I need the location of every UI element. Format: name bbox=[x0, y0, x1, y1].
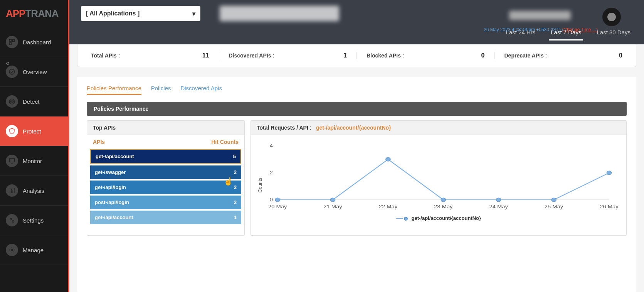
stats-row: Total APIs : 11 Discovered APIs : 1 Bloc… bbox=[77, 44, 636, 67]
legend-label: get-/api/account/{accountNo} bbox=[412, 215, 481, 221]
svg-point-29 bbox=[386, 157, 390, 161]
sidebar-item-dashboard[interactable]: Dashboard bbox=[0, 27, 68, 57]
chart-api-name: get-/api/account/{accountNo} bbox=[316, 125, 391, 131]
svg-point-30 bbox=[441, 198, 446, 202]
svg-point-31 bbox=[496, 198, 501, 202]
svg-text:25 May: 25 May bbox=[545, 204, 563, 209]
sidebar-item-monitor[interactable]: Monitor bbox=[0, 146, 68, 176]
stat-blocked-apis: Blocked APIs : 0 bbox=[357, 52, 495, 59]
detect-icon bbox=[6, 95, 18, 108]
dashboard-icon bbox=[6, 36, 18, 48]
chart-body: Counts 02420 May21 May22 May23 May24 May… bbox=[251, 135, 626, 235]
svg-point-3 bbox=[9, 69, 15, 74]
svg-point-32 bbox=[552, 198, 556, 202]
sidebar-item-overview[interactable]: Overview bbox=[0, 57, 68, 87]
sub-tab-policies[interactable]: Policies bbox=[151, 83, 171, 95]
sidebar-item-detect[interactable]: Detect bbox=[0, 87, 68, 116]
svg-text:22 May: 22 May bbox=[379, 204, 398, 209]
sidebar-item-label: Protect bbox=[23, 128, 41, 135]
section-header: Policies Performance bbox=[87, 102, 627, 116]
stat-value: 0 bbox=[619, 52, 622, 59]
stat-label: Deprecate APIs : bbox=[504, 52, 547, 59]
stat-value: 0 bbox=[481, 52, 485, 59]
api-table-headers: APIs Hit Counts bbox=[87, 135, 244, 149]
api-name: get-/api/account bbox=[96, 154, 134, 159]
app-instance-dropdown[interactable] bbox=[220, 6, 339, 21]
stat-total-apis: Total APIs : 11 bbox=[81, 52, 219, 59]
content-box: Policies Performance Policies Discovered… bbox=[77, 77, 636, 292]
stat-discovered-apis: Discovered APIs : 1 bbox=[219, 52, 357, 59]
api-count: 2 bbox=[234, 184, 237, 190]
sub-tabs: Policies Performance Policies Discovered… bbox=[87, 83, 627, 95]
username-label bbox=[509, 11, 571, 20]
top-apis-panel: Top APIs APIs Hit Counts get-/api/accoun… bbox=[87, 120, 245, 236]
svg-rect-1 bbox=[13, 39, 15, 41]
sidebar-item-label: Manage bbox=[23, 247, 44, 253]
logo-suffix: TRANA bbox=[25, 8, 58, 19]
sidebar-item-label: Dashboard bbox=[23, 39, 51, 46]
timestamp-text: 26 May 2023 4:08:43 pm +0530 (IST) bbox=[484, 27, 561, 32]
api-name: get-/swagger bbox=[95, 169, 126, 175]
avatar[interactable] bbox=[602, 8, 621, 26]
api-count: 2 bbox=[234, 169, 237, 175]
sidebar-item-label: Monitor bbox=[23, 158, 42, 164]
stat-deprecate-apis: Deprecate APIs : 0 bbox=[495, 52, 632, 59]
sidebar-item-label: Detect bbox=[23, 98, 39, 105]
protect-icon bbox=[6, 125, 18, 137]
api-row[interactable]: get-/swagger 2 bbox=[90, 165, 241, 179]
svg-point-33 bbox=[607, 171, 611, 175]
api-row[interactable]: post-/api/login 2 bbox=[90, 196, 241, 209]
sidebar-item-settings[interactable]: Settings bbox=[0, 206, 68, 235]
svg-point-14 bbox=[12, 221, 14, 223]
logo-app: APP bbox=[6, 8, 25, 19]
api-count: 1 bbox=[234, 214, 237, 220]
api-count: 2 bbox=[234, 199, 237, 205]
change-time-link[interactable]: (Change Time ...) bbox=[562, 27, 598, 32]
legend-marker-icon bbox=[404, 217, 408, 221]
svg-point-15 bbox=[11, 249, 13, 251]
svg-text:4: 4 bbox=[270, 143, 273, 148]
api-count: 5 bbox=[233, 154, 236, 159]
manage-icon bbox=[6, 244, 18, 256]
applications-dropdown[interactable]: [ All Applications ] ▾ bbox=[81, 6, 200, 21]
api-row[interactable]: get-/api/login 2 bbox=[90, 181, 241, 194]
collapse-sidebar-icon[interactable]: « bbox=[6, 59, 10, 67]
panel-title: Top APIs bbox=[87, 121, 244, 135]
chart-legend: get-/api/account/{accountNo} bbox=[259, 215, 619, 221]
sidebar-item-label: Analysis bbox=[23, 187, 44, 194]
logo: APPTRANA bbox=[0, 0, 68, 27]
col-header-hits: Hit Counts bbox=[211, 139, 239, 145]
api-row[interactable]: get-/api/account 5 bbox=[90, 149, 241, 164]
monitor-icon bbox=[6, 155, 18, 167]
sidebar-item-manage[interactable]: Manage bbox=[0, 235, 68, 265]
svg-text:26 May: 26 May bbox=[600, 204, 619, 209]
stat-label: Discovered APIs : bbox=[229, 52, 275, 59]
line-chart: 02420 May21 May22 May23 May24 May25 May2… bbox=[259, 142, 619, 211]
svg-point-28 bbox=[330, 198, 335, 202]
sidebar-item-analysis[interactable]: Analysis bbox=[0, 176, 68, 206]
sub-tab-discovered-apis[interactable]: Discovered Apis bbox=[180, 83, 222, 95]
chart-header: Total Requests / API : get-/api/account/… bbox=[251, 121, 626, 135]
stat-value: 1 bbox=[343, 52, 347, 59]
svg-point-13 bbox=[10, 218, 12, 220]
svg-rect-2 bbox=[9, 43, 11, 45]
time-tab-30d[interactable]: Last 30 Days bbox=[595, 25, 632, 41]
api-name: get-/api/login bbox=[95, 184, 126, 190]
header-bar: [ All Applications ] ▾ 26 May 2023 4:08:… bbox=[69, 0, 644, 25]
sub-tab-policies-performance[interactable]: Policies Performance bbox=[87, 83, 141, 95]
svg-point-6 bbox=[12, 101, 12, 102]
api-row[interactable]: get-/api/account 1 bbox=[90, 211, 241, 224]
chart-title-prefix: Total Requests / API : bbox=[257, 125, 311, 131]
svg-text:2: 2 bbox=[270, 170, 273, 175]
svg-text:0: 0 bbox=[270, 197, 273, 202]
api-name: post-/api/login bbox=[95, 199, 129, 205]
sidebar-item-label: Overview bbox=[23, 69, 47, 75]
sidebar-item-protect[interactable]: Protect bbox=[0, 116, 68, 146]
sidebar-item-label: Settings bbox=[23, 217, 44, 224]
chart-panel: Total Requests / API : get-/api/account/… bbox=[251, 120, 627, 236]
svg-point-27 bbox=[275, 198, 280, 202]
api-name: get-/api/account bbox=[95, 214, 133, 220]
stat-label: Blocked APIs : bbox=[367, 52, 404, 59]
svg-text:20 May: 20 May bbox=[268, 204, 287, 209]
chevron-down-icon: ▾ bbox=[192, 10, 195, 17]
